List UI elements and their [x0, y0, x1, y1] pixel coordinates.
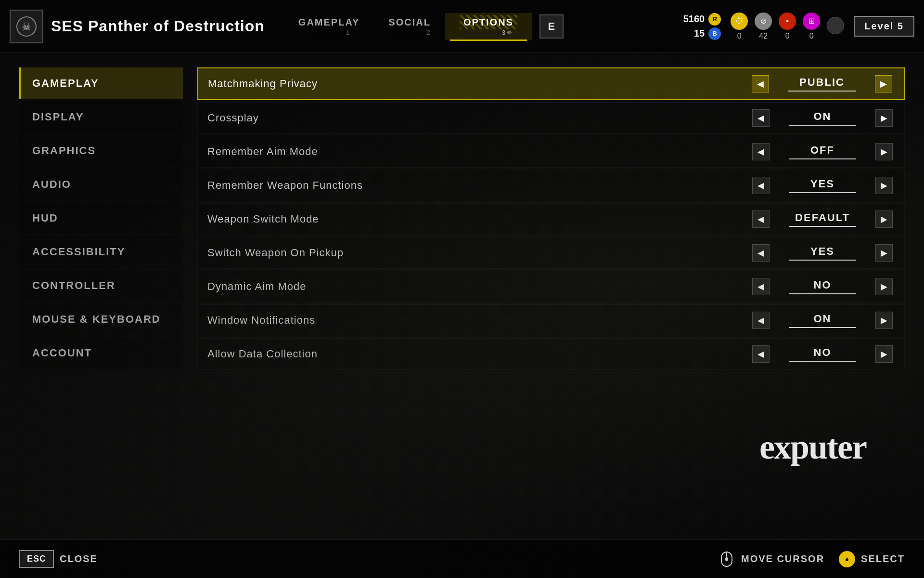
bottom-right-controls: MOVE CURSOR ● SELECT: [718, 551, 905, 568]
close-label: CLOSE: [60, 553, 98, 565]
matchmaking-underline: [788, 91, 856, 92]
esc-key[interactable]: ESC: [19, 550, 54, 568]
bottom-bar: ESC CLOSE MOVE CURSOR ● SELECT: [0, 539, 924, 578]
close-button-group: ESC CLOSE: [19, 550, 98, 568]
switch-weapon-pickup-underline: [789, 260, 856, 261]
dynamic-aim-underline: [789, 293, 856, 294]
move-cursor-label: MOVE CURSOR: [741, 553, 824, 565]
watermark-text: exputer: [759, 427, 866, 467]
select-control: ● SELECT: [839, 551, 905, 567]
weapon-switch-underline: [789, 226, 856, 227]
crossplay-underline: [789, 125, 856, 126]
nav-tab-options[interactable]: OPTIONS ——————3 ✏: [445, 13, 532, 40]
mouse-icon: [718, 551, 735, 568]
select-button-icon: ●: [839, 551, 855, 567]
allow-data-underline: [789, 361, 856, 362]
options-hatch-label: OPTIONS: [460, 15, 517, 29]
move-cursor-control: MOVE CURSOR: [718, 551, 824, 568]
remember-aim-underline: [789, 158, 856, 159]
window-notifications-underline: [789, 327, 856, 328]
remember-weapon-underline: [789, 192, 856, 193]
svg-point-4: [725, 557, 728, 561]
nav-tab-game[interactable]: GAMEPLAY ——————1: [284, 13, 374, 40]
nav-tab-social[interactable]: SOCIAL ——————2: [374, 13, 445, 40]
select-label: SELECT: [861, 553, 905, 565]
